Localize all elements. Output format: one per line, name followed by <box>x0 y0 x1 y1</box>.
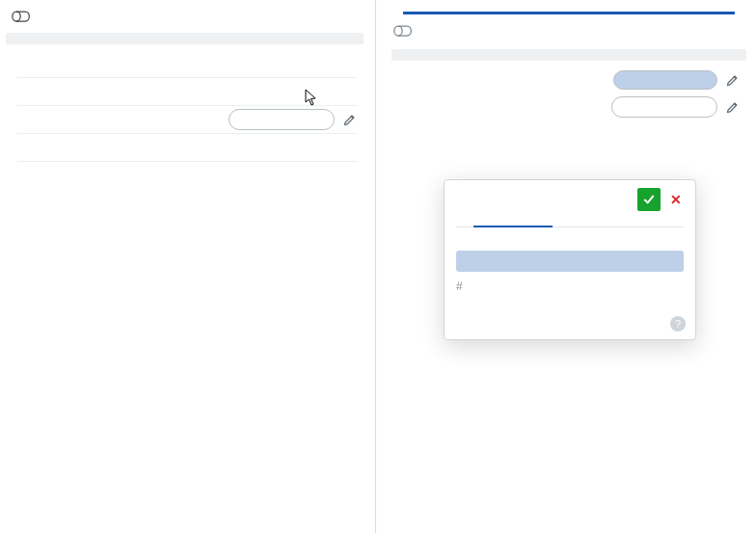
volume-icon <box>12 10 31 23</box>
section-other-right <box>392 49 746 61</box>
transmission-color-swatch[interactable] <box>613 70 717 90</box>
left-prop-list <box>6 44 364 162</box>
color-picker-popover: ✕ # <box>444 179 696 340</box>
svg-point-0 <box>13 12 20 21</box>
help-icon[interactable]: ? <box>670 316 686 332</box>
row-transmission-color <box>403 67 741 93</box>
selected-color-preview <box>456 251 684 272</box>
confirm-button[interactable] <box>637 188 661 211</box>
tab-mixer[interactable] <box>570 217 684 227</box>
left-title-row <box>6 8 364 33</box>
left-pane <box>0 0 376 533</box>
edit-scattering-icon[interactable] <box>340 111 358 128</box>
row-directional <box>17 134 358 161</box>
color-readouts: # <box>456 280 684 293</box>
edit-ior-icon[interactable] <box>723 98 741 116</box>
tab-appearance[interactable] <box>403 4 735 14</box>
input-scattering[interactable] <box>229 109 335 130</box>
edit-transmission-icon[interactable] <box>723 71 741 89</box>
section-other-left <box>6 33 364 44</box>
right-prop-list <box>392 61 746 120</box>
row-ior <box>403 93 741 120</box>
row-scattering <box>17 106 358 133</box>
breadcrumb <box>392 24 746 49</box>
svg-point-1 <box>394 26 402 36</box>
row-base-material <box>17 50 358 77</box>
close-icon[interactable]: ✕ <box>666 190 686 209</box>
tab-palette[interactable] <box>456 217 570 227</box>
input-ior[interactable] <box>611 96 717 118</box>
volume-icon <box>393 24 413 38</box>
right-pane: ✕ # <box>376 0 756 533</box>
row-absorption <box>17 78 358 105</box>
